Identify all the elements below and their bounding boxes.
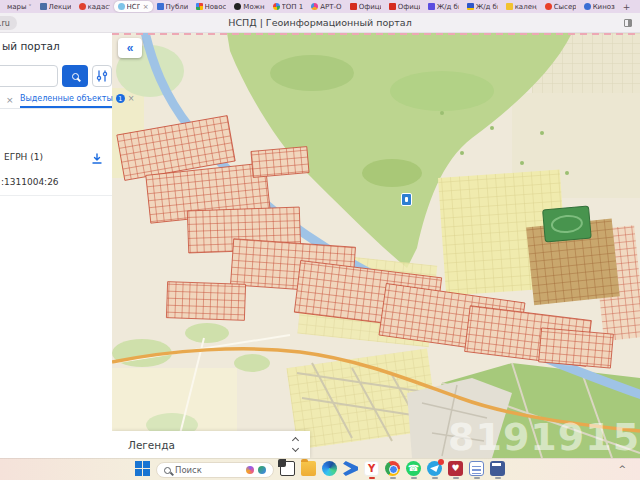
edge-browser-taskbar-item[interactable] [322,461,337,479]
legend-toggle-icon[interactable] [293,438,298,451]
heart-app-taskbar-item[interactable]: ♥ [448,461,463,479]
running-indicator [369,477,375,479]
notepad-taskbar-item[interactable] [469,461,484,479]
map-poi-marker[interactable] [401,193,412,206]
legend-label: Легенда [128,439,175,451]
task-view-icon [280,461,295,476]
tab-favicon [389,3,396,10]
file-explorer-taskbar-item[interactable] [301,461,316,479]
tab-favicon [506,3,513,10]
tab-label: Выделенные объекты [20,94,113,103]
running-indicator [411,477,417,479]
task-view-taskbar-item[interactable] [280,461,295,479]
tab-favicon [584,3,591,10]
browser-tab[interactable]: Ж/д би [463,1,502,12]
search-icon [72,73,79,80]
cadastral-number[interactable]: :1311004:26 [1,177,59,187]
tab-close-icon[interactable]: × [6,95,14,105]
tab-label: ТОП 1 [282,3,304,11]
browser-tab[interactable]: ТОП 1 [269,1,308,12]
download-icon[interactable] [91,150,103,169]
start-taskbar-item[interactable] [135,461,150,479]
browser-tab[interactable]: мары˅ [3,1,36,12]
active-tab-underline [20,106,112,108]
calculator-taskbar-item[interactable] [490,461,505,479]
browser-tab[interactable]: Лекци [36,1,75,12]
browser-tab[interactable]: Новос [192,1,231,12]
browser-toolbar: .ru НСПД | Геоинформационный портал [0,13,640,33]
browser-tab[interactable]: Кинозал [580,1,619,12]
running-indicator [453,477,459,479]
tab-label: Публи [166,3,188,11]
search-button[interactable] [62,65,88,87]
telegram-taskbar-item[interactable] [427,461,442,479]
sidebar-collapse-button[interactable]: « [118,38,142,58]
tab-label: календ [515,3,537,11]
running-indicator [306,477,312,479]
tab-label: Ж/д би [437,3,459,11]
tab-selected-objects[interactable]: Выделенные объекты 1 × [20,94,134,103]
running-indicator [140,477,146,479]
portal-title: ый портал [2,40,60,52]
tray-expand-icon[interactable]: ^ [618,464,626,474]
browser-tab[interactable]: Сысер [541,1,580,12]
divider [0,195,112,196]
running-indicator [432,477,438,479]
taskbar-search[interactable]: Поиск [156,462,274,478]
edge-browser-icon [322,461,337,476]
code-app-icon [343,461,358,476]
heart-app-icon: ♥ [448,461,463,476]
running-indicator [285,477,291,479]
tab-favicon [79,3,86,10]
code-app-taskbar-item[interactable] [343,461,358,479]
tab-favicon [545,3,552,10]
tab-favicon [234,3,241,10]
file-explorer-icon [301,461,316,476]
browser-tab[interactable]: Можн [230,1,268,12]
tab-label: Новос [205,3,227,11]
running-indicator [327,477,333,479]
running-indicator [474,477,480,479]
tab-label: мары [7,3,27,11]
sidebar-panel-icon[interactable] [624,19,632,27]
tab-label: Офици [359,3,381,11]
browser-tab[interactable]: календ [502,1,541,12]
tab-label: АРТ-О [320,3,341,11]
tab-label: Кинозал [593,3,615,11]
chrome-browser-taskbar-item[interactable] [385,461,400,479]
egrn-group-label: ЕГРН (1) [4,152,43,162]
running-indicator [495,477,501,479]
tab-favicon [428,3,435,10]
sliders-icon [96,70,108,82]
tab-favicon [196,3,203,10]
browser-tab[interactable]: НСП× [114,1,153,12]
search-highlight-icon [258,466,266,474]
site-chip[interactable]: .ru [0,16,17,30]
start-icon [135,461,150,476]
yandex-browser-taskbar-item[interactable]: Y [364,461,379,479]
browser-tab[interactable]: Публи [153,1,192,12]
browser-tab[interactable]: кадаст [75,1,114,12]
address-bar-title[interactable]: НСПД | Геоинформационный портал [228,17,411,28]
tab-close-icon[interactable]: × [128,94,135,103]
calculator-icon [490,461,505,476]
legend-panel[interactable]: Легенда [112,431,310,458]
browser-tab[interactable]: Ж/д би [424,1,463,12]
browser-tab[interactable]: АРТ-О [307,1,345,12]
tab-favicon [273,3,280,10]
browser-tab[interactable]: Офици [385,1,424,12]
whatsapp-taskbar-item[interactable]: ☎ [406,461,421,479]
tab-favicon [350,3,357,10]
search-input[interactable] [0,65,58,87]
count-badge: 1 [116,94,125,103]
chrome-browser-icon [385,461,400,476]
left-panel: ый портал × Выделенные объекты 1 × ЕГРН … [0,33,112,458]
tab-label: Можн [243,3,264,11]
filter-button[interactable] [92,65,112,87]
new-tab-button[interactable]: + [619,2,635,12]
whatsapp-icon: ☎ [406,461,421,476]
map-canvas[interactable]: « 8191915 Легенда [112,33,640,458]
tab-close-icon[interactable]: × [143,3,149,11]
notepad-icon [469,461,484,476]
browser-tab[interactable]: Офици [346,1,385,12]
